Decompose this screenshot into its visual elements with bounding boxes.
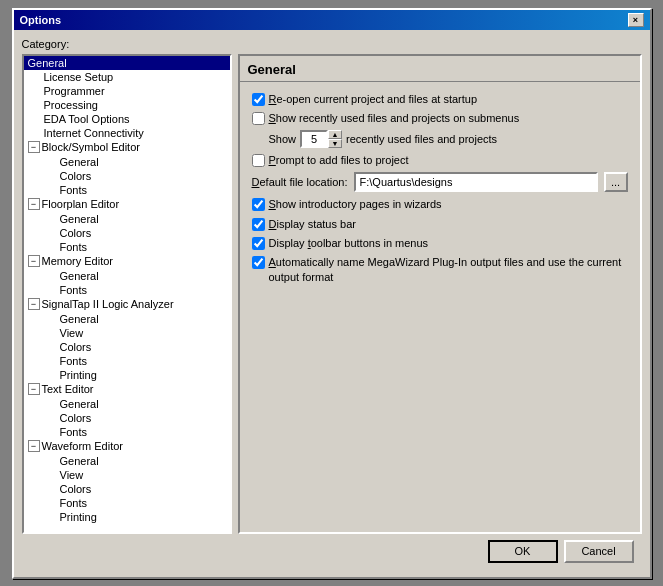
right-panel: General Re-open current project and file… [238, 54, 642, 534]
file-location-label: Default file location: [252, 176, 348, 188]
tree-item-waveform-editor[interactable]: −Waveform Editor [24, 439, 230, 454]
file-location-input[interactable] [354, 172, 598, 192]
ok-button[interactable]: OK [488, 540, 558, 563]
expander-floorplan[interactable]: − [28, 198, 40, 210]
reopen-label: Re-open current project and files at sta… [269, 92, 478, 106]
window-title: Options [20, 14, 62, 26]
tree-item-block-symbol-editor[interactable]: −Block/Symbol Editor [24, 140, 230, 155]
spinner-down-button[interactable]: ▼ [328, 139, 342, 148]
tree-item-processing[interactable]: Processing [24, 98, 230, 112]
tree-item-fe-fonts[interactable]: Fonts [24, 240, 230, 254]
display-toolbar-checkbox[interactable] [252, 237, 265, 250]
display-toolbar-label: Display toolbar buttons in menus [269, 236, 429, 250]
tree-item-fe-colors[interactable]: Colors [24, 226, 230, 240]
tree-item-internet-connectivity[interactable]: Internet Connectivity [24, 126, 230, 140]
show-count-row: Show 5 ▲ ▼ recently used files and proje… [269, 130, 628, 148]
tree-item-me-fonts[interactable]: Fonts [24, 283, 230, 297]
category-tree-scroll[interactable]: General License Setup Programmer Process… [24, 56, 230, 532]
show-intro-option-row: Show introductory pages in wizards [252, 197, 628, 211]
tree-item-st-view[interactable]: View [24, 326, 230, 340]
auto-megawizard-option-row: Automatically name MegaWizard Plug-In ou… [252, 255, 628, 284]
tree-item-we-general[interactable]: General [24, 454, 230, 468]
expander-text-editor[interactable]: − [28, 383, 40, 395]
category-tree-panel: General License Setup Programmer Process… [22, 54, 232, 534]
browse-button[interactable]: ... [604, 172, 628, 192]
display-status-option-row: Display status bar [252, 217, 628, 231]
expander-waveform[interactable]: − [28, 440, 40, 452]
expander-memory[interactable]: − [28, 255, 40, 267]
tree-item-st-printing[interactable]: Printing [24, 368, 230, 382]
tree-item-signaltap[interactable]: −SignalTap II Logic Analyzer [24, 297, 230, 312]
tree-item-st-general[interactable]: General [24, 312, 230, 326]
prompt-add-checkbox[interactable] [252, 154, 265, 167]
auto-megawizard-label: Automatically name MegaWizard Plug-In ou… [269, 255, 628, 284]
options-dialog: Options × Category: General License Setu… [12, 8, 652, 579]
show-recent-label: Show recently used files and projects on… [269, 111, 520, 125]
tree-item-floorplan-editor[interactable]: −Floorplan Editor [24, 197, 230, 212]
show-suffix-label: recently used files and projects [346, 133, 497, 145]
tree-item-te-colors[interactable]: Colors [24, 411, 230, 425]
reopen-checkbox[interactable] [252, 93, 265, 106]
prompt-add-option-row: Prompt to add files to project [252, 153, 628, 167]
footer: OK Cancel [22, 534, 642, 569]
show-label: Show [269, 133, 297, 145]
file-location-row: Default file location: ... [252, 172, 628, 192]
expander-block-symbol[interactable]: − [28, 141, 40, 153]
tree-item-bse-colors[interactable]: Colors [24, 169, 230, 183]
close-button[interactable]: × [628, 13, 644, 27]
window-body: Category: General License Setup Programm… [14, 30, 650, 577]
tree-item-st-fonts[interactable]: Fonts [24, 354, 230, 368]
title-bar: Options × [14, 10, 650, 30]
tree-item-we-colors[interactable]: Colors [24, 482, 230, 496]
cancel-button[interactable]: Cancel [564, 540, 634, 563]
show-recent-checkbox[interactable] [252, 112, 265, 125]
right-panel-content: Re-open current project and files at sta… [240, 88, 640, 293]
tree-item-bse-general[interactable]: General [24, 155, 230, 169]
tree-item-we-view[interactable]: View [24, 468, 230, 482]
spinner-up-button[interactable]: ▲ [328, 130, 342, 139]
tree-item-memory-editor[interactable]: −Memory Editor [24, 254, 230, 269]
tree-item-te-fonts[interactable]: Fonts [24, 425, 230, 439]
tree-item-we-printing[interactable]: Printing [24, 510, 230, 524]
show-intro-checkbox[interactable] [252, 198, 265, 211]
show-count-input[interactable]: 5 [300, 130, 328, 148]
auto-megawizard-checkbox[interactable] [252, 256, 265, 269]
tree-item-we-fonts[interactable]: Fonts [24, 496, 230, 510]
tree-item-programmer[interactable]: Programmer [24, 84, 230, 98]
tree-item-eda-tool-options[interactable]: EDA Tool Options [24, 112, 230, 126]
tree-item-st-colors[interactable]: Colors [24, 340, 230, 354]
tree-item-license-setup[interactable]: License Setup [24, 70, 230, 84]
expander-signaltap[interactable]: − [28, 298, 40, 310]
tree-item-fe-general[interactable]: General [24, 212, 230, 226]
tree-item-text-editor[interactable]: −Text Editor [24, 382, 230, 397]
show-recent-option-row: Show recently used files and projects on… [252, 111, 628, 125]
show-spinner-buttons: ▲ ▼ [328, 130, 342, 148]
show-spinner: 5 ▲ ▼ [300, 130, 342, 148]
show-intro-label: Show introductory pages in wizards [269, 197, 442, 211]
prompt-add-label: Prompt to add files to project [269, 153, 409, 167]
right-panel-header: General [240, 56, 640, 82]
display-status-label: Display status bar [269, 217, 356, 231]
title-bar-buttons: × [628, 13, 644, 27]
main-area: General License Setup Programmer Process… [22, 54, 642, 534]
category-label: Category: [22, 38, 642, 50]
tree-item-bse-fonts[interactable]: Fonts [24, 183, 230, 197]
reopen-option-row: Re-open current project and files at sta… [252, 92, 628, 106]
display-toolbar-option-row: Display toolbar buttons in menus [252, 236, 628, 250]
tree-item-te-general[interactable]: General [24, 397, 230, 411]
tree-item-general[interactable]: General [24, 56, 230, 70]
tree-item-me-general[interactable]: General [24, 269, 230, 283]
display-status-checkbox[interactable] [252, 218, 265, 231]
